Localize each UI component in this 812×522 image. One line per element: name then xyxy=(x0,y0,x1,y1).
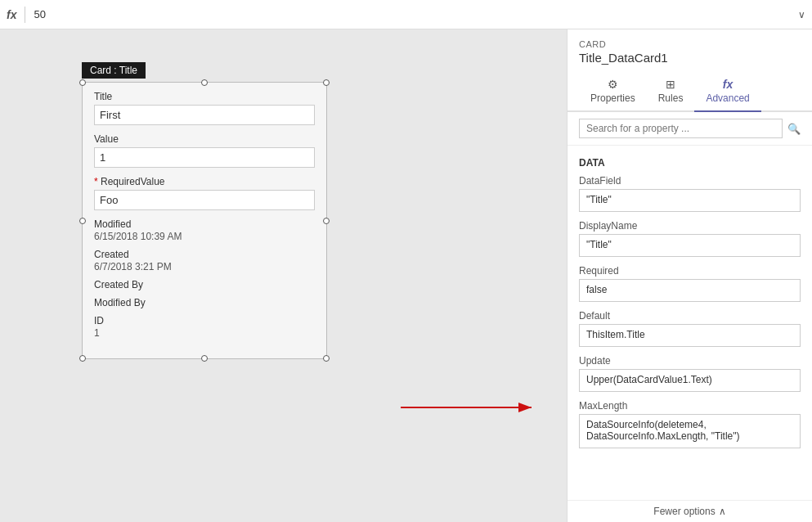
prop-update-value[interactable]: Upper(DataCardValue1.Text) xyxy=(579,369,801,392)
prop-maxlength-label: MaxLength xyxy=(579,400,801,412)
field-value: Value xyxy=(94,133,315,168)
prop-required-value[interactable]: false xyxy=(579,279,801,302)
prop-displayname-label: DisplayName xyxy=(579,220,801,232)
data-section-title: DATA xyxy=(579,157,801,169)
panel-search-bar: 🔍 xyxy=(568,112,812,146)
field-created-by-label: Created By xyxy=(94,279,315,290)
field-modified-by: Modified By xyxy=(94,297,315,308)
canvas-area[interactable]: Card : Title Title Value xyxy=(0,29,567,522)
tab-properties[interactable]: ⚙ Properties xyxy=(579,73,647,110)
prop-update: Update Upper(DataCardValue1.Text) xyxy=(579,355,801,392)
field-required-value: RequiredValue xyxy=(94,176,315,210)
main-layout: Card : Title Title Value xyxy=(0,29,812,522)
prop-required-label: Required xyxy=(579,265,801,277)
panel-header: CARD Title_DataCard1 xyxy=(568,29,812,73)
field-title-label: Title xyxy=(94,91,315,102)
fewer-options-chevron-icon: ∧ xyxy=(719,506,726,517)
handle-ml[interactable] xyxy=(79,218,86,224)
rules-icon: ⊞ xyxy=(666,78,675,91)
properties-icon: ⚙ xyxy=(608,78,618,91)
fx-icon: fx xyxy=(7,8,16,21)
right-panel: CARD Title_DataCard1 ⚙ Properties ⊞ Rule… xyxy=(567,29,812,522)
formula-bar: fx ∨ xyxy=(0,0,812,29)
field-id-label: ID xyxy=(94,315,315,326)
field-value-input[interactable] xyxy=(94,147,315,168)
tab-advanced[interactable]: fx Advanced xyxy=(694,73,760,110)
card-container[interactable]: Card : Title Title Value xyxy=(82,62,327,359)
field-id: ID 1 xyxy=(94,315,315,339)
handle-tc[interactable] xyxy=(201,79,208,86)
handle-mr[interactable] xyxy=(323,218,330,224)
prop-default-value[interactable]: ThisItem.Title xyxy=(579,324,801,347)
card-form[interactable]: Title Value RequiredValue Modified 6/15/… xyxy=(82,82,327,359)
field-modified-value: 6/15/2018 10:39 AM xyxy=(94,231,315,242)
prop-maxlength: MaxLength DataSourceInfo(deleteme4, Data… xyxy=(579,400,801,448)
handle-br[interactable] xyxy=(323,355,330,362)
panel-section-label: CARD xyxy=(579,39,801,49)
field-created-by: Created By xyxy=(94,279,315,290)
field-required-value-input[interactable] xyxy=(94,190,315,210)
tab-properties-label: Properties xyxy=(590,92,635,104)
field-id-value: 1 xyxy=(94,327,315,339)
formula-input[interactable] xyxy=(34,8,793,20)
prop-datafield-value[interactable]: "Title" xyxy=(579,189,801,212)
field-modified-by-label: Modified By xyxy=(94,297,315,308)
prop-datafield: DataField "Title" xyxy=(579,175,801,212)
prop-displayname: DisplayName "Title" xyxy=(579,220,801,257)
search-icon: 🔍 xyxy=(787,123,801,135)
panel-tabs: ⚙ Properties ⊞ Rules fx Advanced xyxy=(568,73,812,112)
field-value-label: Value xyxy=(94,133,315,145)
fewer-options-button[interactable]: Fewer options ∧ xyxy=(568,500,812,522)
handle-bl[interactable] xyxy=(79,355,86,362)
panel-title: Title_DataCard1 xyxy=(579,51,801,65)
tab-advanced-label: Advanced xyxy=(706,92,749,104)
field-created-value: 6/7/2018 3:21 PM xyxy=(94,261,315,272)
field-title: Title xyxy=(94,91,315,125)
prop-maxlength-value[interactable]: DataSourceInfo(deleteme4, DataSourceInfo… xyxy=(579,414,801,448)
fx-divider xyxy=(25,7,25,23)
search-input[interactable] xyxy=(579,119,783,138)
field-created-label: Created xyxy=(94,249,315,260)
fewer-options-label: Fewer options xyxy=(653,506,715,517)
field-title-input[interactable] xyxy=(94,105,315,125)
formula-chevron-icon[interactable]: ∨ xyxy=(798,9,805,20)
advanced-icon: fx xyxy=(723,78,733,91)
handle-bc[interactable] xyxy=(201,355,208,362)
field-created: Created 6/7/2018 3:21 PM xyxy=(94,249,315,272)
tab-rules[interactable]: ⊞ Rules xyxy=(647,73,695,110)
prop-default: Default ThisItem.Title xyxy=(579,310,801,347)
prop-default-label: Default xyxy=(579,310,801,322)
panel-content: DATA DataField "Title" DisplayName "Titl… xyxy=(568,146,812,500)
field-modified-label: Modified xyxy=(94,218,315,230)
prop-datafield-label: DataField xyxy=(579,175,801,187)
handle-tr[interactable] xyxy=(323,79,330,86)
handle-tl[interactable] xyxy=(79,79,86,86)
prop-required: Required false xyxy=(579,265,801,302)
tab-rules-label: Rules xyxy=(658,92,684,104)
field-required-value-label: RequiredValue xyxy=(94,176,315,187)
prop-update-label: Update xyxy=(579,355,801,367)
card-label-tag: Card : Title xyxy=(82,62,146,79)
prop-displayname-value[interactable]: "Title" xyxy=(579,234,801,257)
field-modified: Modified 6/15/2018 10:39 AM xyxy=(94,218,315,242)
